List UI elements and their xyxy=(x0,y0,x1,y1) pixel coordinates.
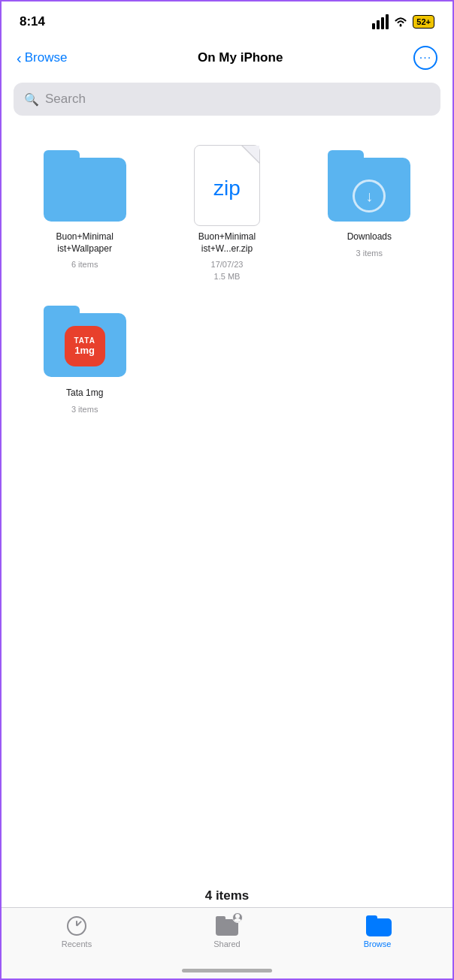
tab-bar: Recents Shared Browse xyxy=(2,907,452,978)
file-meta-zip: 17/07/231.5 MB xyxy=(211,259,244,282)
ellipsis-icon: ··· xyxy=(419,51,431,65)
tab-browse[interactable]: Browse xyxy=(347,915,407,948)
file-meta-tata: 3 items xyxy=(71,404,98,415)
more-options-button[interactable]: ··· xyxy=(413,46,437,70)
zip-label: zip xyxy=(213,176,241,201)
search-input[interactable]: Search xyxy=(45,92,86,107)
file-name-downloads: Downloads xyxy=(347,231,392,243)
download-arrow-icon: ↓ xyxy=(365,188,373,204)
file-name-wallpaper: Buon+Minimalist+Wallpaper xyxy=(56,231,113,255)
file-item-tata[interactable]: TATA 1mg Tata 1mg 3 items xyxy=(14,291,156,424)
svg-point-0 xyxy=(400,25,402,27)
tab-shared-label: Shared xyxy=(213,939,240,948)
tab-recents-label: Recents xyxy=(62,939,92,948)
status-icons: 52+ xyxy=(372,14,434,29)
file-meta-downloads: 3 items xyxy=(356,248,383,259)
page-title: On My iPhone xyxy=(198,50,283,65)
tab-browse-label: Browse xyxy=(364,939,392,948)
file-grid-row2: TATA 1mg Tata 1mg 3 items xyxy=(2,291,452,424)
tab-shared[interactable]: Shared xyxy=(197,915,257,948)
tata-app-icon: TATA 1mg xyxy=(65,326,105,366)
browse-icon xyxy=(366,915,389,936)
wifi-icon xyxy=(393,16,408,28)
status-time: 8:14 xyxy=(20,14,45,29)
folder-icon-tata: TATA 1mg xyxy=(44,300,126,383)
file-item-wallpaper-folder[interactable]: Buon+Minimalist+Wallpaper 6 items xyxy=(14,135,156,291)
zip-icon-wrap: zip xyxy=(186,144,268,227)
file-grid: Buon+Minimalist+Wallpaper 6 items zip Bu… xyxy=(2,128,452,299)
nav-bar: ‹ Browse On My iPhone ··· xyxy=(2,39,452,78)
back-button[interactable]: ‹ Browse xyxy=(17,50,67,67)
tab-recents[interactable]: Recents xyxy=(47,915,107,948)
search-bar[interactable]: 🔍 Search xyxy=(14,83,440,116)
file-name-tata: Tata 1mg xyxy=(66,387,103,400)
file-name-zip: Buon+Minimalist+W...er.zip xyxy=(198,231,256,255)
items-count: 4 items xyxy=(2,888,452,903)
recents-icon xyxy=(65,915,88,936)
file-item-downloads[interactable]: ↓ Downloads 3 items xyxy=(298,135,440,291)
home-indicator xyxy=(182,969,272,972)
folder-icon-downloads: ↓ xyxy=(328,144,410,227)
shared-person-badge xyxy=(232,912,243,923)
file-meta-wallpaper: 6 items xyxy=(71,259,98,270)
back-label: Browse xyxy=(25,50,68,65)
shared-icon xyxy=(216,915,238,936)
signal-icon xyxy=(372,14,389,29)
search-icon: 🔍 xyxy=(24,92,39,107)
download-overlay: ↓ xyxy=(353,179,386,213)
folder-icon-wallpaper xyxy=(44,144,126,227)
back-chevron-icon: ‹ xyxy=(17,50,22,67)
battery-icon: 52+ xyxy=(413,15,434,29)
status-bar: 8:14 52+ xyxy=(2,2,452,39)
file-item-zip[interactable]: zip Buon+Minimalist+W...er.zip 17/07/231… xyxy=(156,135,298,291)
